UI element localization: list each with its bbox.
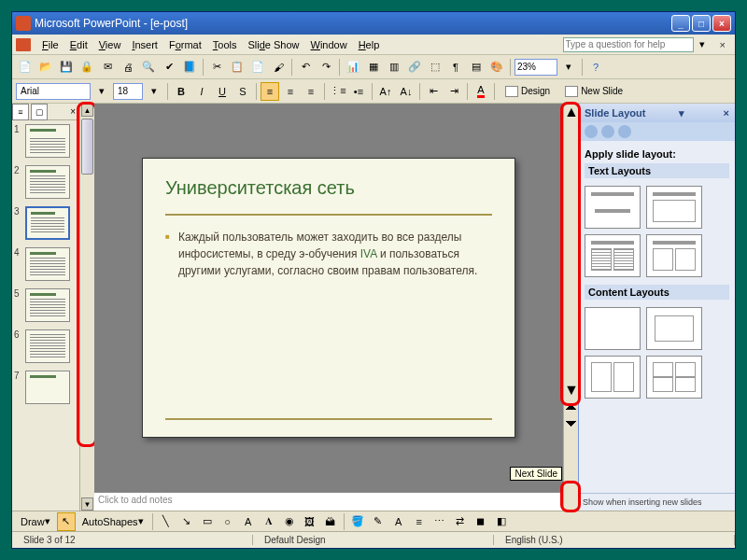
print-icon[interactable]: 🖨 xyxy=(119,58,137,77)
redo-icon[interactable]: ↷ xyxy=(317,58,335,77)
slide-thumb-1[interactable] xyxy=(25,124,70,158)
thumbnails-close-button[interactable]: × xyxy=(70,106,76,117)
new-icon[interactable]: 📄 xyxy=(16,58,35,77)
menu-view[interactable]: View xyxy=(93,37,127,52)
font-size-dropdown-icon[interactable]: ▾ xyxy=(145,82,163,101)
3d-style-icon[interactable]: ◧ xyxy=(492,512,511,531)
table-icon[interactable]: ▦ xyxy=(364,58,383,77)
bold-button[interactable]: B xyxy=(172,82,190,101)
increase-indent-button[interactable]: ⇥ xyxy=(444,82,463,101)
align-right-button[interactable]: ≡ xyxy=(302,82,320,101)
help-dropdown-icon[interactable]: ▾ xyxy=(694,36,711,52)
menu-format[interactable]: Format xyxy=(163,37,207,52)
italic-button[interactable]: I xyxy=(192,82,211,101)
fill-color-icon[interactable]: 🪣 xyxy=(348,512,367,531)
arrow-icon[interactable]: ↘ xyxy=(177,512,196,531)
show-formatting-icon[interactable]: ¶ xyxy=(446,58,465,77)
nav-back-icon[interactable] xyxy=(585,125,598,138)
shadow-button[interactable]: S xyxy=(233,82,252,101)
copy-icon[interactable]: 📋 xyxy=(228,58,247,77)
menu-file[interactable]: File xyxy=(36,37,64,52)
select-icon[interactable]: ↖ xyxy=(57,512,76,531)
paste-icon[interactable]: 📄 xyxy=(248,58,267,77)
layout-content-2[interactable] xyxy=(585,356,641,399)
color-icon[interactable]: 🎨 xyxy=(487,58,506,77)
font-name-combo[interactable]: Arial xyxy=(16,83,91,100)
draw-menu[interactable]: Draw ▾ xyxy=(16,512,55,531)
picture-icon[interactable]: 🏔 xyxy=(321,512,340,531)
arrow-style-icon[interactable]: ⇄ xyxy=(451,512,470,531)
font-name-dropdown-icon[interactable]: ▾ xyxy=(92,82,111,101)
taskpane-close-button[interactable]: × xyxy=(724,107,729,119)
open-icon[interactable]: 📂 xyxy=(36,58,55,77)
zoom-combo[interactable]: 23% xyxy=(514,59,557,76)
slide-thumb-4[interactable] xyxy=(25,247,70,281)
taskpane-footer[interactable]: Show when inserting new slides xyxy=(579,493,735,511)
layout-blank[interactable] xyxy=(585,307,641,350)
menu-tools[interactable]: Tools xyxy=(207,37,243,52)
permission-icon[interactable]: 🔒 xyxy=(78,58,96,77)
layout-title[interactable] xyxy=(585,186,641,229)
slide-thumb-7[interactable] xyxy=(25,371,70,404)
diagram-icon[interactable]: ◉ xyxy=(280,512,299,531)
preview-icon[interactable]: 🔍 xyxy=(139,58,158,77)
line-style-icon[interactable]: ≡ xyxy=(410,512,429,531)
slides-tab[interactable]: ▢ xyxy=(31,104,48,120)
menu-insert[interactable]: Insert xyxy=(126,37,163,52)
nav-forward-icon[interactable] xyxy=(601,125,614,138)
autoshapes-menu[interactable]: AutoShapes ▾ xyxy=(78,512,148,531)
align-center-button[interactable]: ≡ xyxy=(281,82,300,101)
slide-canvas[interactable]: Университетская сеть Каждый пользователь… xyxy=(94,104,563,492)
slide-scroll-up-icon[interactable]: ▲ xyxy=(564,104,578,120)
underline-button[interactable]: U xyxy=(213,82,232,101)
align-left-button[interactable]: ≡ xyxy=(261,82,279,101)
font-color-button[interactable]: A xyxy=(472,82,490,101)
slide-thumb-3[interactable] xyxy=(25,206,70,240)
bullets-button[interactable]: •≡ xyxy=(349,82,368,101)
slide-scroll-down-icon[interactable]: ▼ xyxy=(564,382,578,399)
document-close-button[interactable]: × xyxy=(714,37,731,52)
menu-window[interactable]: Window xyxy=(305,37,353,52)
expand-icon[interactable]: ⬚ xyxy=(426,58,444,77)
textbox-icon[interactable]: A xyxy=(239,512,258,531)
shadow-style-icon[interactable]: ◼ xyxy=(472,512,490,531)
font-size-combo[interactable]: 18 xyxy=(113,83,143,100)
menu-edit[interactable]: Edit xyxy=(64,37,93,52)
notes-pane[interactable]: Click to add notes xyxy=(94,492,563,511)
decrease-font-button[interactable]: A↓ xyxy=(397,82,416,101)
nav-home-icon[interactable] xyxy=(618,125,631,138)
scroll-down-icon[interactable]: ▼ xyxy=(81,497,93,511)
line-icon[interactable]: ╲ xyxy=(157,512,176,531)
slide-thumb-2[interactable] xyxy=(25,165,70,199)
line-color-icon[interactable]: ✎ xyxy=(369,512,388,531)
clipart-icon[interactable]: 🖼 xyxy=(301,512,319,531)
thumbnails-scrollbar[interactable]: ▲ ▼ xyxy=(79,104,94,511)
increase-font-button[interactable]: A↑ xyxy=(376,82,395,101)
numbering-button[interactable]: ⋮≡ xyxy=(329,82,347,101)
undo-icon[interactable]: ↶ xyxy=(296,58,315,77)
slide-scrollbar[interactable]: ▲ ▼ ⏶ ⏷ xyxy=(563,104,578,511)
layout-title-content[interactable] xyxy=(646,186,702,229)
layout-content-4[interactable] xyxy=(646,356,702,399)
slide-thumb-6[interactable] xyxy=(25,329,70,363)
menu-help[interactable]: Help xyxy=(353,37,386,52)
minimize-button[interactable]: _ xyxy=(671,15,690,32)
prev-slide-button[interactable]: ⏶ xyxy=(564,399,578,415)
font-color-icon[interactable]: A xyxy=(389,512,408,531)
layout-two-content[interactable] xyxy=(585,234,641,277)
help-search-input[interactable] xyxy=(563,37,694,52)
dash-style-icon[interactable]: ⋯ xyxy=(430,512,449,531)
save-icon[interactable]: 💾 xyxy=(57,58,76,77)
slide-thumb-5[interactable] xyxy=(25,288,70,322)
layout-two-content-b[interactable] xyxy=(646,234,702,277)
rectangle-icon[interactable]: ▭ xyxy=(198,512,217,531)
outline-tab[interactable]: ≡ xyxy=(12,104,29,120)
grid-icon[interactable]: ▤ xyxy=(467,58,486,77)
research-icon[interactable]: 📘 xyxy=(180,58,199,77)
taskpane-dropdown-icon[interactable]: ▾ xyxy=(679,107,684,119)
new-slide-button[interactable]: New Slide xyxy=(558,82,629,101)
menu-slideshow[interactable]: Slide Show xyxy=(242,37,304,52)
cut-icon[interactable]: ✂ xyxy=(207,58,226,77)
zoom-dropdown-icon[interactable]: ▾ xyxy=(559,58,578,77)
hyperlink-icon[interactable]: 🔗 xyxy=(405,58,424,77)
